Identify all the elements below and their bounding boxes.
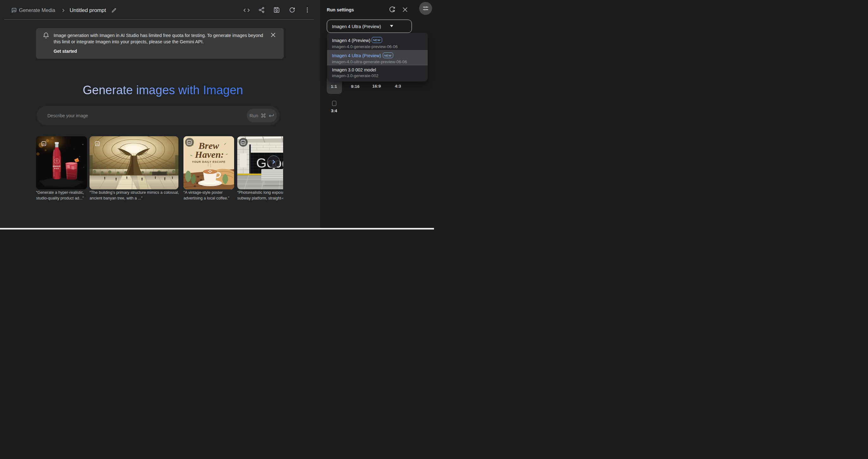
svg-text:YOUR DAILY ESCAPE: YOUR DAILY ESCAPE — [192, 160, 225, 163]
svg-text:FIZZ: FIZZ — [54, 167, 59, 169]
svg-text:Haven:: Haven: — [194, 149, 224, 160]
